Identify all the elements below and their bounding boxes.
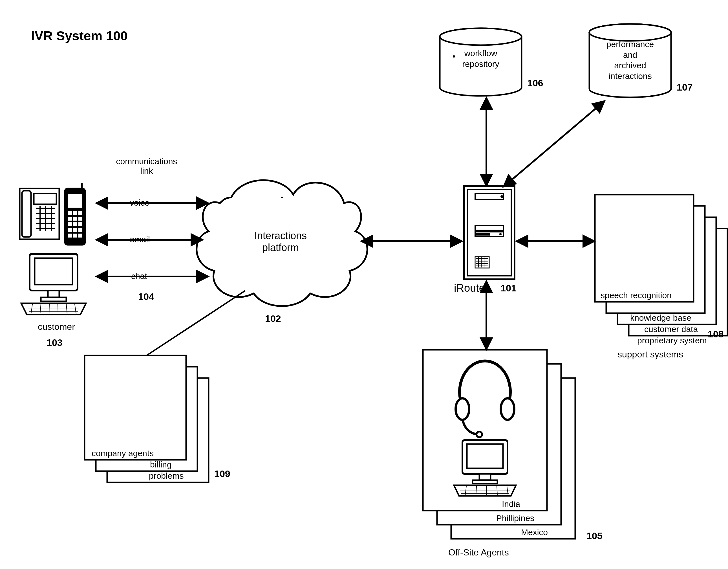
svg-rect-31: [48, 291, 59, 297]
offsite-num: 105: [586, 530, 603, 541]
server-tower-icon: [464, 186, 515, 279]
ivr-system-diagram: IVR System 100: [0, 0, 728, 569]
svg-rect-70: [85, 356, 186, 460]
svg-rect-27: [73, 233, 77, 237]
offsite-item-1: Phillipines: [496, 513, 534, 523]
commlink-chat: chat: [131, 271, 147, 281]
svg-rect-14: [68, 211, 72, 215]
svg-rect-23: [68, 228, 72, 232]
platform-num: 102: [265, 313, 281, 324]
workflow-label: workflow repository: [440, 48, 522, 69]
line-cloud-company: [147, 291, 245, 356]
workflow-num: 106: [527, 78, 543, 89]
svg-rect-46: [475, 226, 503, 230]
support-item-0: speech recognition: [601, 291, 672, 300]
svg-point-74: [456, 398, 469, 420]
svg-point-63: [589, 24, 671, 41]
svg-rect-22: [78, 222, 82, 226]
offsite-item-2: Mexico: [521, 528, 548, 537]
svg-point-75: [501, 398, 514, 420]
offsite-computer-icon: [454, 440, 516, 496]
svg-rect-1: [22, 191, 31, 237]
irouter-num: 101: [500, 283, 517, 294]
company-item-2: problems: [149, 471, 184, 481]
svg-rect-17: [68, 217, 72, 220]
svg-rect-67: [595, 195, 694, 302]
support-item-3: proprietary system: [637, 336, 707, 345]
company-num: 109: [214, 468, 230, 479]
svg-rect-18: [73, 217, 77, 220]
support-item-2: customer data: [644, 325, 698, 334]
commlink-email: email: [130, 235, 150, 244]
dot-artifact-2: [281, 197, 283, 198]
svg-line-39: [58, 304, 58, 314]
archive-label: performance and archived interactions: [589, 39, 671, 81]
irouter-label: iRouter: [454, 282, 489, 294]
diagram-title: IVR System 100: [31, 28, 128, 43]
svg-rect-80: [473, 480, 497, 484]
svg-rect-13: [68, 194, 82, 208]
svg-rect-79: [479, 474, 491, 480]
archive-num: 107: [677, 82, 693, 93]
svg-line-38: [49, 304, 49, 314]
svg-rect-21: [73, 222, 77, 226]
svg-rect-44: [475, 193, 503, 200]
platform-label: Interactions platform: [241, 230, 320, 253]
customer-computer-icon: [21, 254, 86, 315]
svg-rect-26: [68, 233, 72, 237]
svg-rect-19: [78, 217, 82, 220]
customer-label: customer: [28, 322, 85, 332]
svg-rect-32: [41, 297, 66, 301]
svg-rect-20: [68, 222, 72, 226]
offsite-label: Off-Site Agents: [448, 547, 509, 558]
svg-rect-78: [467, 444, 503, 468]
arrow-irouter-archive: [508, 104, 601, 183]
desk-phone-icon: [20, 188, 59, 239]
offsite-agents-stack: [423, 350, 575, 539]
svg-rect-16: [78, 211, 82, 215]
offsite-item-0: India: [502, 499, 520, 509]
svg-point-61: [440, 28, 522, 45]
support-item-1: knowledge base: [630, 313, 691, 323]
svg-rect-24: [73, 228, 77, 232]
svg-rect-2: [34, 193, 56, 204]
svg-point-76: [476, 432, 482, 437]
svg-rect-25: [78, 228, 82, 232]
svg-rect-48: [476, 233, 490, 235]
commlink-voice: voice: [130, 198, 149, 208]
diagram-svg: [0, 0, 728, 569]
svg-point-45: [500, 195, 503, 198]
company-item-0: company agents: [92, 449, 154, 458]
company-agents-stack: [85, 356, 209, 482]
commlink-num: 104: [138, 291, 154, 302]
support-label: support systems: [617, 349, 683, 360]
svg-rect-30: [35, 258, 72, 284]
svg-point-49: [499, 233, 502, 235]
customer-num: 103: [47, 337, 63, 348]
svg-rect-15: [73, 211, 77, 215]
support-num: 108: [708, 329, 724, 340]
company-item-1: billing: [150, 460, 172, 469]
cell-phone-icon: [65, 183, 85, 245]
commlink-label: communications link: [104, 156, 189, 176]
svg-rect-28: [78, 233, 82, 237]
